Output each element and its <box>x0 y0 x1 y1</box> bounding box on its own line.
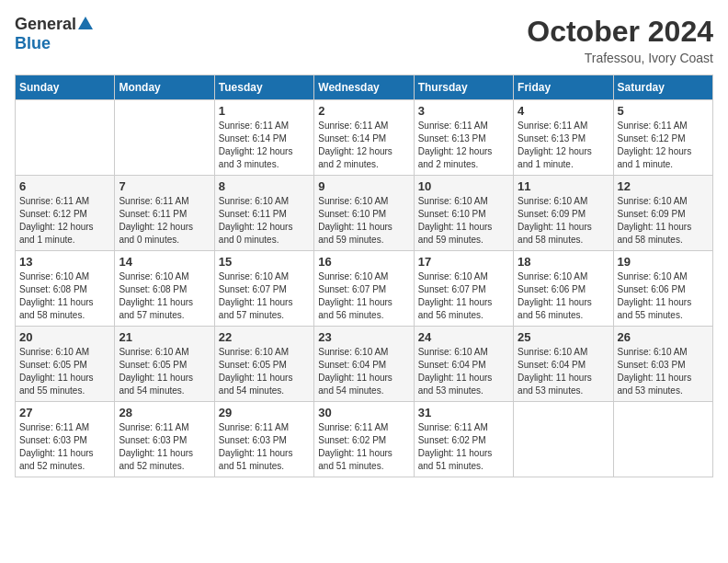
logo-icon <box>77 15 94 31</box>
day-detail: Sunrise: 6:10 AM Sunset: 6:05 PM Dayligh… <box>19 346 110 397</box>
calendar-cell: 29Sunrise: 6:11 AM Sunset: 6:03 PM Dayli… <box>214 402 313 477</box>
calendar-cell: 6Sunrise: 6:11 AM Sunset: 6:12 PM Daylig… <box>16 176 115 251</box>
day-detail: Sunrise: 6:10 AM Sunset: 6:10 PM Dayligh… <box>418 195 509 247</box>
day-number: 20 <box>19 330 110 344</box>
day-detail: Sunrise: 6:10 AM Sunset: 6:07 PM Dayligh… <box>318 270 409 322</box>
day-detail: Sunrise: 6:10 AM Sunset: 6:04 PM Dayligh… <box>518 346 609 397</box>
day-number: 13 <box>19 255 110 269</box>
day-number: 8 <box>219 179 310 193</box>
day-number: 14 <box>119 255 210 269</box>
day-number: 6 <box>19 179 110 193</box>
day-number: 10 <box>418 179 509 193</box>
svg-marker-0 <box>78 17 93 29</box>
weekday-header: Friday <box>514 75 613 100</box>
day-number: 17 <box>418 255 509 269</box>
calendar-cell: 11Sunrise: 6:10 AM Sunset: 6:09 PM Dayli… <box>514 176 613 251</box>
calendar-cell: 31Sunrise: 6:11 AM Sunset: 6:02 PM Dayli… <box>414 402 513 477</box>
day-detail: Sunrise: 6:11 AM Sunset: 6:03 PM Dayligh… <box>19 421 110 473</box>
page-header: General Blue October 2024 Trafessou, Ivo… <box>15 15 713 65</box>
day-number: 30 <box>318 406 409 419</box>
calendar-cell: 5Sunrise: 6:11 AM Sunset: 6:12 PM Daylig… <box>613 100 712 176</box>
calendar-cell: 20Sunrise: 6:10 AM Sunset: 6:05 PM Dayli… <box>16 327 115 402</box>
day-detail: Sunrise: 6:10 AM Sunset: 6:09 PM Dayligh… <box>618 195 709 247</box>
calendar-cell: 12Sunrise: 6:10 AM Sunset: 6:09 PM Dayli… <box>613 176 712 251</box>
weekday-header-row: SundayMondayTuesdayWednesdayThursdayFrid… <box>16 75 713 100</box>
day-detail: Sunrise: 6:10 AM Sunset: 6:11 PM Dayligh… <box>219 195 310 247</box>
day-number: 29 <box>219 406 310 419</box>
calendar-cell <box>514 402 613 477</box>
day-number: 16 <box>318 255 409 269</box>
day-detail: Sunrise: 6:11 AM Sunset: 6:11 PM Dayligh… <box>119 195 210 247</box>
calendar-cell: 19Sunrise: 6:10 AM Sunset: 6:06 PM Dayli… <box>613 251 712 327</box>
day-number: 2 <box>318 104 409 118</box>
calendar-week-row: 27Sunrise: 6:11 AM Sunset: 6:03 PM Dayli… <box>16 402 713 477</box>
day-detail: Sunrise: 6:10 AM Sunset: 6:08 PM Dayligh… <box>19 270 110 322</box>
calendar-cell: 27Sunrise: 6:11 AM Sunset: 6:03 PM Dayli… <box>16 402 115 477</box>
day-detail: Sunrise: 6:10 AM Sunset: 6:03 PM Dayligh… <box>618 346 709 397</box>
calendar-cell: 16Sunrise: 6:10 AM Sunset: 6:07 PM Dayli… <box>314 251 414 327</box>
day-number: 4 <box>518 104 609 118</box>
day-detail: Sunrise: 6:10 AM Sunset: 6:07 PM Dayligh… <box>418 270 509 322</box>
day-detail: Sunrise: 6:10 AM Sunset: 6:07 PM Dayligh… <box>219 270 310 322</box>
day-detail: Sunrise: 6:10 AM Sunset: 6:04 PM Dayligh… <box>318 346 409 397</box>
day-detail: Sunrise: 6:10 AM Sunset: 6:06 PM Dayligh… <box>618 270 709 322</box>
day-detail: Sunrise: 6:11 AM Sunset: 6:13 PM Dayligh… <box>518 120 609 171</box>
calendar-cell <box>16 100 115 176</box>
day-number: 23 <box>318 330 409 344</box>
calendar-cell: 13Sunrise: 6:10 AM Sunset: 6:08 PM Dayli… <box>16 251 115 327</box>
day-detail: Sunrise: 6:10 AM Sunset: 6:08 PM Dayligh… <box>119 270 210 322</box>
weekday-header: Thursday <box>414 75 513 100</box>
day-number: 25 <box>518 330 609 344</box>
calendar-cell: 23Sunrise: 6:10 AM Sunset: 6:04 PM Dayli… <box>314 327 414 402</box>
day-detail: Sunrise: 6:11 AM Sunset: 6:13 PM Dayligh… <box>418 120 509 171</box>
day-detail: Sunrise: 6:11 AM Sunset: 6:02 PM Dayligh… <box>418 421 509 473</box>
calendar-cell: 18Sunrise: 6:10 AM Sunset: 6:06 PM Dayli… <box>514 251 613 327</box>
calendar-cell: 25Sunrise: 6:10 AM Sunset: 6:04 PM Dayli… <box>514 327 613 402</box>
calendar-cell: 1Sunrise: 6:11 AM Sunset: 6:14 PM Daylig… <box>214 100 313 176</box>
title-block: October 2024 Trafessou, Ivory Coast <box>527 15 713 65</box>
day-number: 9 <box>318 179 409 193</box>
day-number: 22 <box>219 330 310 344</box>
day-number: 5 <box>618 104 709 118</box>
day-detail: Sunrise: 6:11 AM Sunset: 6:14 PM Dayligh… <box>318 120 409 171</box>
day-detail: Sunrise: 6:10 AM Sunset: 6:04 PM Dayligh… <box>418 346 509 397</box>
day-detail: Sunrise: 6:10 AM Sunset: 6:06 PM Dayligh… <box>518 270 609 322</box>
calendar-week-row: 13Sunrise: 6:10 AM Sunset: 6:08 PM Dayli… <box>16 251 713 327</box>
calendar-cell: 26Sunrise: 6:10 AM Sunset: 6:03 PM Dayli… <box>613 327 712 402</box>
day-detail: Sunrise: 6:11 AM Sunset: 6:14 PM Dayligh… <box>219 120 310 171</box>
calendar-cell: 3Sunrise: 6:11 AM Sunset: 6:13 PM Daylig… <box>414 100 513 176</box>
day-number: 28 <box>119 406 210 419</box>
weekday-header: Saturday <box>613 75 712 100</box>
calendar-week-row: 6Sunrise: 6:11 AM Sunset: 6:12 PM Daylig… <box>16 176 713 251</box>
location: Trafessou, Ivory Coast <box>527 51 713 65</box>
day-detail: Sunrise: 6:10 AM Sunset: 6:10 PM Dayligh… <box>318 195 409 247</box>
day-detail: Sunrise: 6:10 AM Sunset: 6:05 PM Dayligh… <box>119 346 210 397</box>
weekday-header: Tuesday <box>214 75 313 100</box>
logo: General Blue <box>15 15 94 53</box>
calendar-cell <box>115 100 214 176</box>
day-number: 3 <box>418 104 509 118</box>
month-title: October 2024 <box>527 15 713 49</box>
calendar-cell: 30Sunrise: 6:11 AM Sunset: 6:02 PM Dayli… <box>314 402 414 477</box>
calendar-cell: 22Sunrise: 6:10 AM Sunset: 6:05 PM Dayli… <box>214 327 313 402</box>
calendar-cell: 24Sunrise: 6:10 AM Sunset: 6:04 PM Dayli… <box>414 327 513 402</box>
day-number: 18 <box>518 255 609 269</box>
day-number: 26 <box>618 330 709 344</box>
day-detail: Sunrise: 6:11 AM Sunset: 6:03 PM Dayligh… <box>119 421 210 473</box>
day-number: 31 <box>418 406 509 419</box>
day-number: 15 <box>219 255 310 269</box>
calendar-cell: 7Sunrise: 6:11 AM Sunset: 6:11 PM Daylig… <box>115 176 214 251</box>
day-number: 11 <box>518 179 609 193</box>
calendar-cell: 2Sunrise: 6:11 AM Sunset: 6:14 PM Daylig… <box>314 100 414 176</box>
weekday-header: Monday <box>115 75 214 100</box>
calendar-cell: 8Sunrise: 6:10 AM Sunset: 6:11 PM Daylig… <box>214 176 313 251</box>
calendar-week-row: 20Sunrise: 6:10 AM Sunset: 6:05 PM Dayli… <box>16 327 713 402</box>
weekday-header: Sunday <box>16 75 115 100</box>
day-detail: Sunrise: 6:10 AM Sunset: 6:09 PM Dayligh… <box>518 195 609 247</box>
day-number: 7 <box>119 179 210 193</box>
day-number: 27 <box>19 406 110 419</box>
calendar-cell <box>613 402 712 477</box>
day-detail: Sunrise: 6:10 AM Sunset: 6:05 PM Dayligh… <box>219 346 310 397</box>
calendar-table: SundayMondayTuesdayWednesdayThursdayFrid… <box>15 75 713 477</box>
weekday-header: Wednesday <box>314 75 414 100</box>
